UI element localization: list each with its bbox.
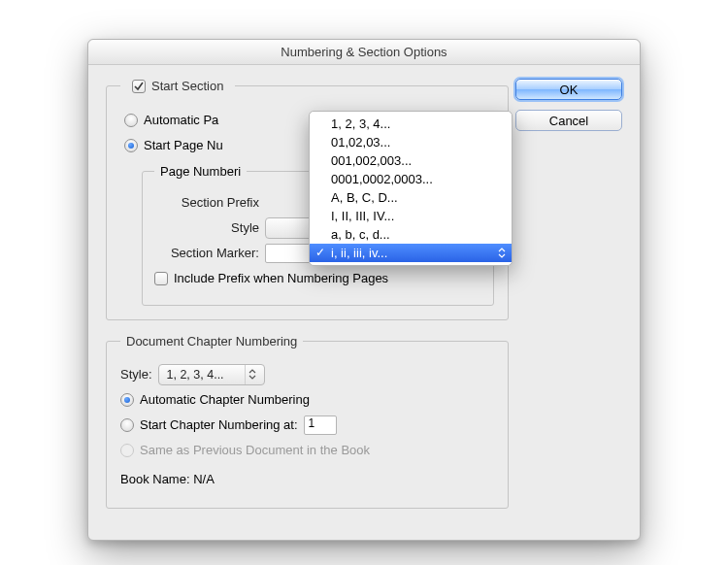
start-page-label: Start Page Nu bbox=[144, 138, 223, 152]
style-option[interactable]: a, b, c, d... bbox=[310, 225, 512, 244]
start-section-label: Start Section bbox=[151, 79, 223, 93]
book-name-label: Book Name: N/A bbox=[120, 472, 215, 486]
chevron-updown-icon bbox=[498, 244, 506, 262]
dialog-body: Start Section Automatic Pa Start Page Nu… bbox=[88, 65, 640, 540]
ok-button[interactable]: OK bbox=[515, 79, 622, 100]
start-chapter-input[interactable]: 1 bbox=[304, 415, 337, 435]
chapter-numbering-legend: Document Chapter Numbering bbox=[120, 334, 303, 349]
chapter-style-label: Style: bbox=[120, 367, 152, 382]
chevron-updown-icon bbox=[245, 365, 260, 384]
section-marker-label: Section Marker: bbox=[154, 246, 259, 260]
auto-chapter-radio[interactable] bbox=[120, 393, 134, 407]
include-prefix-label: Include Prefix when Numbering Pages bbox=[174, 271, 388, 285]
same-as-prev-radio bbox=[120, 444, 134, 457]
style-option[interactable]: 001,002,003... bbox=[310, 151, 512, 170]
style-option[interactable]: i, ii, iii, iv... bbox=[310, 244, 512, 262]
start-page-radio[interactable] bbox=[124, 139, 138, 152]
start-chapter-radio[interactable] bbox=[120, 418, 134, 432]
style-option[interactable]: 01,02,03... bbox=[310, 133, 512, 151]
section-prefix-label: Section Prefix bbox=[154, 195, 259, 210]
page-numbering-legend: Page Numberi bbox=[154, 164, 247, 179]
dialog-window: Numbering & Section Options Start Sectio… bbox=[87, 39, 641, 541]
automatic-page-label: Automatic Pa bbox=[144, 113, 218, 127]
include-prefix-checkbox[interactable] bbox=[154, 272, 168, 285]
style-option[interactable]: A, B, C, D... bbox=[310, 188, 512, 207]
start-section-checkbox[interactable] bbox=[132, 80, 146, 93]
chapter-numbering-group: Document Chapter Numbering Style: 1, 2, … bbox=[106, 334, 509, 509]
dialog-title: Numbering & Section Options bbox=[88, 40, 640, 65]
chapter-style-select-value: 1, 2, 3, 4... bbox=[167, 368, 224, 382]
style-option[interactable]: 1, 2, 3, 4... bbox=[310, 115, 512, 133]
style-option[interactable]: I, II, III, IV... bbox=[310, 207, 512, 225]
check-icon bbox=[134, 82, 144, 91]
style-option[interactable]: 0001,0002,0003... bbox=[310, 170, 512, 188]
auto-chapter-label: Automatic Chapter Numbering bbox=[140, 392, 310, 407]
same-as-prev-label: Same as Previous Document in the Book bbox=[140, 443, 370, 457]
dialog-buttons: OK Cancel bbox=[515, 79, 622, 131]
style-label: Style bbox=[154, 220, 259, 235]
style-dropdown-popup[interactable]: 1, 2, 3, 4...01,02,03...001,002,003...00… bbox=[309, 111, 513, 266]
chapter-style-select[interactable]: 1, 2, 3, 4... bbox=[158, 364, 265, 385]
automatic-page-radio[interactable] bbox=[124, 114, 138, 127]
cancel-button[interactable]: Cancel bbox=[515, 110, 622, 131]
start-chapter-label: Start Chapter Numbering at: bbox=[140, 417, 298, 432]
